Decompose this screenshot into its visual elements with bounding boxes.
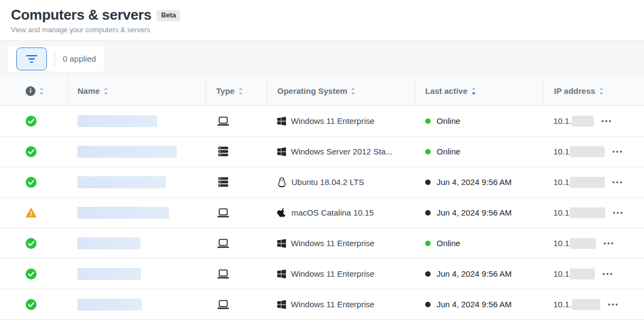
info-icon: i	[26, 86, 35, 96]
online-status-dot	[425, 241, 431, 246]
redacted-ip	[570, 269, 595, 279]
row-actions-menu[interactable]	[608, 303, 618, 306]
sort-icon[interactable]	[599, 87, 604, 95]
redacted-ip	[570, 177, 605, 188]
column-header-status[interactable]: i	[0, 76, 68, 105]
filter-bar: 0 applied	[0, 41, 644, 76]
column-header-last-active[interactable]: Last active	[415, 76, 544, 105]
row-actions-menu[interactable]	[613, 212, 623, 214]
column-header-type[interactable]: Type	[206, 76, 267, 105]
redacted-ip	[572, 299, 600, 310]
column-header-ip[interactable]: IP address	[544, 76, 644, 105]
filter-divider	[55, 51, 55, 67]
online-status-dot	[425, 118, 431, 124]
last-active-label: Jun 4, 2024 9:56 AM	[437, 300, 512, 309]
table-row[interactable]: Windows Server 2012 Sta... Online 10.1	[0, 136, 644, 167]
redacted-ip	[570, 238, 596, 249]
page-header: Computers & servers Beta View and manage…	[0, 0, 644, 41]
last-active-label: Online	[437, 147, 460, 156]
ip-address: 10.1	[553, 208, 569, 217]
redacted-device-name	[77, 268, 141, 280]
windows-icon	[277, 239, 286, 248]
sort-icon[interactable]	[238, 87, 243, 95]
redacted-ip	[570, 146, 605, 157]
status-ok-icon	[26, 177, 37, 188]
os-label: Windows 11 Enterprise	[291, 238, 374, 248]
redacted-ip	[572, 116, 594, 127]
status-warning-icon	[26, 208, 37, 218]
os-label: Windows 11 Enterprise	[291, 116, 374, 126]
online-status-dot	[425, 149, 431, 154]
column-header-os[interactable]: Operating System	[267, 76, 415, 105]
os-label: Windows 11 Enterprise	[291, 300, 374, 309]
last-active-label: Online	[437, 116, 460, 126]
sort-icon[interactable]	[104, 87, 108, 95]
laptop-icon	[217, 238, 229, 248]
laptop-icon	[217, 208, 229, 218]
sort-icon[interactable]	[351, 87, 355, 95]
windows-icon	[277, 117, 286, 126]
redacted-device-name	[77, 237, 140, 249]
redacted-ip	[570, 207, 605, 218]
devices-table: i Name Type Operating System Last active…	[0, 76, 644, 320]
status-ok-icon	[26, 269, 37, 279]
table-header: i Name Type Operating System Last active…	[0, 76, 644, 106]
apple-icon	[277, 207, 287, 218]
ellipsis-icon	[608, 303, 618, 306]
page-subtitle: View and manage your computers & servers	[11, 26, 633, 34]
os-label: macOS Catalina 10.15	[291, 208, 374, 217]
row-actions-menu[interactable]	[612, 181, 622, 183]
laptop-icon	[217, 116, 229, 126]
sort-icon[interactable]	[39, 87, 44, 95]
redacted-device-name	[77, 176, 166, 188]
table-row[interactable]: Windows 11 Enterprise Online 10.1	[0, 228, 644, 259]
page-title: Computers & servers	[11, 7, 151, 23]
filters-applied-count: 0 applied	[63, 54, 96, 63]
offline-status-dot	[425, 180, 431, 185]
server-icon	[217, 177, 229, 187]
beta-badge: Beta	[157, 10, 180, 21]
ip-address: 10.1	[553, 147, 569, 156]
last-active-label: Online	[437, 238, 460, 248]
table-row[interactable]: Windows 11 Enterprise Online 10.1.	[0, 106, 644, 136]
ip-address: 10.1	[553, 238, 569, 248]
os-label: Windows Server 2012 Sta...	[291, 147, 392, 156]
os-label: Windows 11 Enterprise	[291, 269, 374, 278]
linux-penguin-icon	[277, 177, 287, 188]
windows-icon	[277, 270, 286, 278]
table-row[interactable]: Ubuntu 18.04.2 LTS Jun 4, 2024 9:56 AM 1…	[0, 167, 644, 198]
ellipsis-icon	[604, 242, 613, 245]
table-row[interactable]: Windows 11 Enterprise Jun 4, 2024 9:56 A…	[0, 289, 644, 320]
filter-button[interactable]	[16, 47, 47, 70]
status-ok-icon	[26, 299, 37, 310]
offline-status-dot	[425, 271, 431, 277]
os-label: Ubuntu 18.04.2 LTS	[291, 177, 364, 187]
computers-servers-page: Computers & servers Beta View and manage…	[0, 0, 644, 322]
table-row[interactable]: Windows 11 Enterprise Jun 4, 2024 9:56 A…	[0, 259, 644, 289]
ellipsis-icon	[613, 212, 623, 214]
row-actions-menu[interactable]	[603, 273, 612, 275]
ip-address: 10.1	[553, 269, 569, 278]
row-actions-menu[interactable]	[601, 120, 611, 122]
row-actions-menu[interactable]	[604, 242, 613, 245]
last-active-label: Jun 4, 2024 9:56 AM	[437, 269, 512, 278]
row-actions-menu[interactable]	[612, 151, 622, 153]
redacted-device-name	[77, 146, 177, 158]
status-ok-icon	[26, 238, 37, 249]
table-row[interactable]: macOS Catalina 10.15 Jun 4, 2024 9:56 AM…	[0, 198, 644, 228]
column-header-name[interactable]: Name	[68, 76, 206, 105]
windows-icon	[277, 147, 286, 156]
ip-address: 10.1	[553, 177, 569, 187]
ip-address: 10.1.	[553, 300, 571, 309]
server-icon	[217, 146, 229, 157]
windows-icon	[277, 300, 286, 309]
sort-icon-desc-active[interactable]	[472, 87, 476, 95]
offline-status-dot	[425, 302, 431, 307]
ellipsis-icon	[612, 151, 622, 153]
ip-address: 10.1.	[553, 116, 571, 126]
redacted-device-name	[77, 299, 142, 311]
laptop-icon	[217, 300, 229, 309]
offline-status-dot	[425, 210, 431, 216]
last-active-label: Jun 4, 2024 9:56 AM	[437, 208, 512, 217]
laptop-icon	[217, 269, 229, 279]
